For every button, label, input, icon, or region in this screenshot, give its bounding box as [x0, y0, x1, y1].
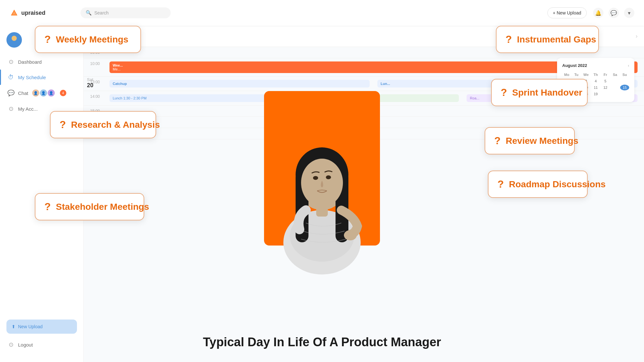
event-subtitle: Me...: [113, 67, 634, 71]
sidebar-item-label: Chat: [18, 90, 28, 96]
card-label-sprint-handover: Sprint Handover: [512, 88, 582, 98]
cal-header-mo: Mo: [562, 72, 571, 78]
user-menu-icon[interactable]: ▾: [624, 8, 634, 18]
top-bar: upraised 🔍 Search + New Upload 🔔 💬 ▾: [0, 0, 644, 26]
card-label-stakeholder-meetings: Stakeholder Meetings: [56, 202, 149, 212]
page-title: Typical Day In Life Of A Product Manager: [203, 335, 441, 349]
cal-header-tu: Tu: [572, 72, 581, 78]
logo-text: upraised: [21, 10, 45, 16]
card-stakeholder-meetings[interactable]: ? Stakeholder Meetings: [35, 193, 144, 220]
svg-point-13: [326, 175, 331, 179]
card-sprint-handover[interactable]: ? Sprint Handover: [491, 79, 588, 106]
logout-icon: ⊙: [8, 341, 14, 348]
question-mark-icon: ?: [506, 33, 512, 45]
dashboard-icon: ⊙: [8, 59, 14, 65]
card-label-roadmap-discussions: Roadmap Discussions: [509, 179, 606, 190]
card-research-analysis[interactable]: ? Research & Analysis: [50, 111, 156, 138]
sidebar-item-logout[interactable]: ⊙ Logout: [0, 337, 83, 352]
cal-day: [620, 78, 629, 84]
sidebar-item-label: My Acc...: [18, 106, 38, 112]
sidebar-item-dashboard[interactable]: ⊙ Dashboard: [0, 54, 83, 70]
cal-header-th: Th: [591, 72, 600, 78]
notification-icon[interactable]: 🔔: [593, 8, 603, 18]
card-label-review-meetings: Review Meetings: [506, 136, 579, 146]
logout-label: Logout: [18, 342, 33, 348]
avatar: [6, 32, 22, 48]
card-label-research-analysis: Research & Analysis: [71, 120, 160, 130]
top-icons: 🔔 💬 ▾: [593, 8, 634, 18]
person-image: [261, 81, 383, 281]
upload-icon: ⬆: [12, 324, 15, 329]
new-upload-label: + New Upload: [553, 10, 581, 15]
question-mark-icon: ?: [497, 178, 504, 190]
sidebar-item-chat[interactable]: 💬 Chat 👤 👤 👤 4: [0, 85, 83, 101]
account-icon: ⊙: [8, 106, 14, 112]
cal-day[interactable]: 11: [591, 85, 600, 90]
card-roadmap-discussions[interactable]: ? Roadmap Discussions: [488, 171, 588, 198]
cal-day-today[interactable]: 15: [620, 85, 629, 90]
svg-point-12: [313, 176, 318, 180]
time-label: 10:00: [90, 61, 103, 66]
new-upload-sidebar-button[interactable]: ⬆ New Upload: [6, 320, 77, 334]
cal-header-fr: Fr: [601, 72, 610, 78]
sidebar-bottom: ⬆ New Upload ⊙ Logout: [0, 320, 83, 352]
question-mark-icon: ?: [501, 87, 507, 98]
cal-header-sa: Sa: [611, 72, 620, 78]
event-title: Lunch 1:30 - 2:30 PM: [113, 96, 277, 100]
person-svg: [264, 88, 380, 281]
top-bar-right: + New Upload 🔔 💬 ▾: [547, 7, 634, 18]
logo-area: upraised: [10, 8, 74, 17]
svg-point-2: [12, 36, 17, 41]
card-review-meetings[interactable]: ? Review Meetings: [485, 127, 575, 154]
schedule-event-lunch-detail: Lunch 1:30 - 2:30 PM: [109, 94, 280, 102]
sidebar-item-label: Dashboard: [18, 59, 42, 65]
sat-label: Sat 20: [87, 77, 93, 89]
cal-day: [601, 91, 610, 97]
mini-calendar-month: August 2022: [562, 63, 587, 68]
message-icon[interactable]: 💬: [609, 8, 619, 18]
time-label: 14:00: [90, 94, 103, 99]
question-mark-icon: ?: [494, 135, 501, 147]
search-icon: 🔍: [86, 10, 92, 16]
cal-day: [611, 85, 620, 90]
new-upload-button[interactable]: + New Upload: [547, 7, 587, 18]
sidebar-item-label: My Schedule: [18, 75, 46, 80]
chat-icon: 💬: [8, 90, 14, 96]
cal-header-we: We: [582, 72, 591, 78]
mini-calendar-nav[interactable]: ‹: [628, 63, 629, 68]
cal-day[interactable]: 4: [591, 78, 600, 84]
new-upload-sidebar-label: New Upload: [18, 324, 43, 329]
card-label-instrumental-gaps: Instrumental Gaps: [517, 34, 596, 45]
question-mark-icon: ?: [60, 119, 66, 131]
question-mark-icon: ?: [44, 33, 51, 45]
calendar-nav[interactable]: ›: [636, 33, 638, 40]
svg-point-14: [344, 230, 357, 240]
card-label-weekly-meetings: Weekly Meetings: [56, 34, 128, 45]
card-weekly-meetings[interactable]: ? Weekly Meetings: [35, 26, 141, 53]
cal-day[interactable]: 12: [601, 85, 610, 90]
card-instrumental-gaps[interactable]: ? Instrumental Gaps: [496, 26, 599, 53]
sidebar-item-schedule[interactable]: ⏱ My Schedule: [0, 70, 83, 85]
cal-day[interactable]: 19: [591, 91, 600, 97]
question-mark-icon: ?: [44, 201, 51, 213]
cal-header-su: Su: [620, 72, 629, 78]
search-placeholder-text: Search: [94, 10, 109, 15]
search-bar[interactable]: 🔍 Search: [80, 7, 171, 18]
schedule-icon: ⏱: [8, 74, 14, 80]
event-title: Wee...: [113, 63, 634, 67]
chat-avatars: 👤 👤 👤: [32, 89, 55, 97]
chat-badge: 4: [60, 90, 66, 96]
cal-day[interactable]: 5: [601, 78, 610, 84]
svg-point-3: [10, 42, 18, 46]
logo-icon: [10, 8, 19, 17]
cal-day: [611, 78, 620, 84]
center-image-container: [261, 81, 383, 281]
mini-calendar-header: August 2022 ‹: [562, 63, 629, 68]
